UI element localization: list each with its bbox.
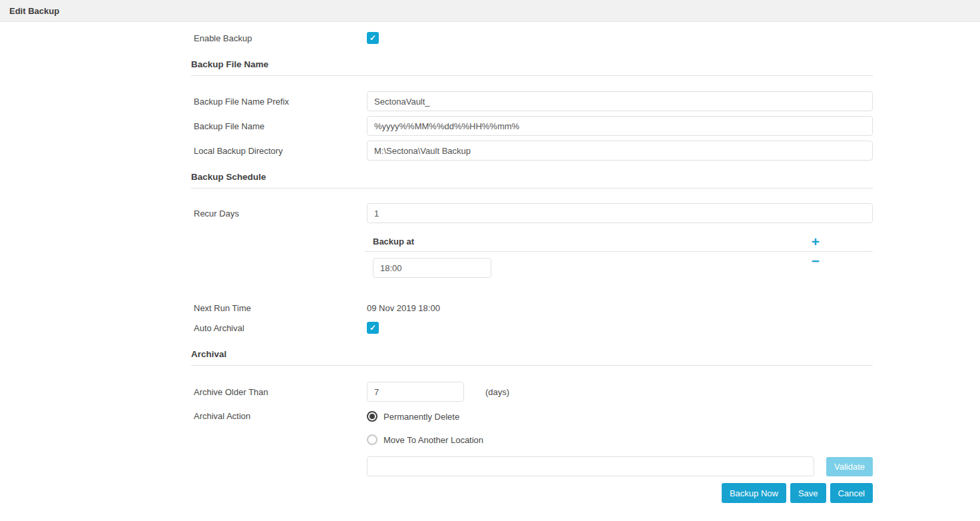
backup-time-row: −: [367, 258, 873, 278]
section-title-archival: Archival: [191, 349, 873, 359]
edit-backup-form: Enable Backup ✓ Backup File Name Backup …: [191, 30, 873, 503]
enable-backup-row: Enable Backup ✓: [191, 30, 873, 46]
backup-file-name-label: Backup File Name: [191, 121, 367, 131]
section-divider: [191, 75, 873, 76]
recur-days-label: Recur Days: [191, 209, 367, 219]
backup-file-name-prefix-row: Backup File Name Prefix: [191, 91, 873, 111]
backup-at-header: Backup at +: [367, 231, 873, 251]
backup-now-button[interactable]: Backup Now: [722, 483, 786, 503]
local-backup-directory-label: Local Backup Directory: [191, 146, 367, 156]
radio-option-permanently-delete[interactable]: Permanently Delete: [367, 408, 873, 424]
backup-at-row: Backup at + −: [191, 231, 873, 278]
section-divider: [191, 188, 873, 189]
backup-at-divider: [365, 251, 873, 252]
validate-button[interactable]: Validate: [826, 457, 873, 476]
section-backup-schedule: Backup Schedule: [191, 172, 873, 189]
page-title: Edit Backup: [9, 6, 59, 16]
archive-older-than-input[interactable]: [367, 382, 464, 402]
radio-option-move-to-another-location[interactable]: Move To Another Location: [367, 432, 873, 448]
archival-action-label: Archival Action: [191, 408, 367, 421]
radio-option-label: Permanently Delete: [383, 412, 459, 422]
next-run-time-row: Next Run Time 09 Nov 2019 18:00: [191, 300, 873, 316]
move-location-input: [367, 456, 814, 476]
add-backup-time-button[interactable]: +: [812, 235, 820, 249]
section-archival: Archival: [191, 349, 873, 366]
auto-archival-label: Auto Archival: [191, 323, 367, 333]
check-icon: ✓: [369, 34, 376, 42]
backup-time-input[interactable]: [373, 258, 491, 278]
local-backup-directory-row: Local Backup Directory: [191, 141, 873, 161]
enable-backup-label: Enable Backup: [191, 33, 367, 43]
backup-file-name-prefix-label: Backup File Name Prefix: [191, 97, 367, 107]
save-button[interactable]: Save: [790, 483, 826, 503]
backup-file-name-row: Backup File Name: [191, 116, 873, 136]
recur-days-row: Recur Days: [191, 203, 873, 223]
auto-archival-row: Auto Archival ✓: [191, 320, 873, 336]
section-divider: [191, 365, 873, 366]
backup-at-label: Backup at: [373, 237, 414, 247]
radio-selected-icon: [367, 411, 377, 422]
page-header: Edit Backup: [0, 0, 980, 22]
auto-archival-checkbox[interactable]: ✓: [367, 322, 379, 334]
archive-older-than-label: Archive Older Than: [191, 387, 367, 397]
recur-days-input[interactable]: [367, 203, 873, 223]
enable-backup-checkbox[interactable]: ✓: [367, 32, 379, 44]
section-title-backup-schedule: Backup Schedule: [191, 172, 873, 182]
remove-backup-time-button[interactable]: −: [812, 254, 820, 268]
archive-older-than-unit: (days): [485, 387, 509, 397]
next-run-time-label: Next Run Time: [191, 303, 367, 313]
local-backup-directory-input[interactable]: [367, 141, 873, 161]
backup-file-name-prefix-input[interactable]: [367, 91, 873, 111]
form-actions: Backup Now Save Cancel: [191, 483, 873, 503]
radio-option-label: Move To Another Location: [383, 435, 483, 445]
cancel-button[interactable]: Cancel: [830, 483, 873, 503]
validate-row: Validate: [191, 456, 873, 476]
next-run-time-value: 09 Nov 2019 18:00: [367, 303, 440, 313]
archive-older-than-row: Archive Older Than (days): [191, 382, 873, 402]
radio-unselected-icon: [367, 434, 377, 445]
section-backup-file-name: Backup File Name: [191, 59, 873, 76]
section-title-backup-file-name: Backup File Name: [191, 59, 873, 69]
archival-action-row: Archival Action Permanently Delete Move …: [191, 408, 873, 448]
check-icon: ✓: [369, 324, 376, 332]
backup-file-name-input[interactable]: [367, 116, 873, 136]
